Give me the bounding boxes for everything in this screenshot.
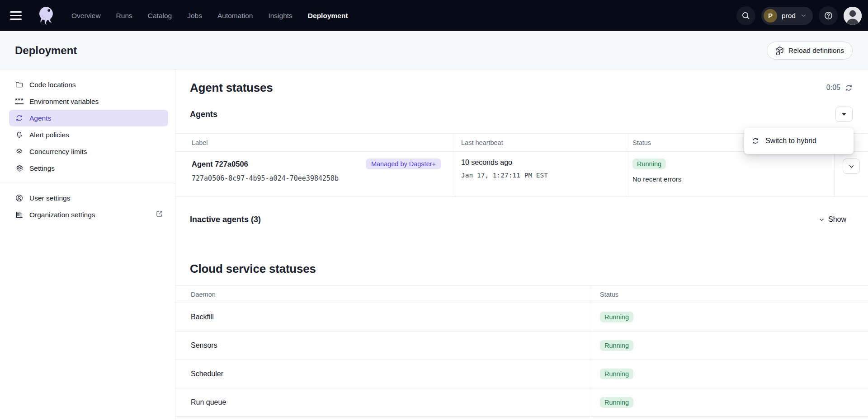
refresh-countdown: 0:05 (826, 84, 840, 92)
bell-icon (15, 131, 24, 139)
chevron-down-icon (818, 216, 825, 223)
sidebar-item-label: Settings (29, 164, 55, 173)
sidebar-item-user-settings[interactable]: User settings (9, 190, 168, 206)
show-inactive-toggle[interactable]: Show (818, 215, 846, 224)
sidebar-item-label: Agents (29, 114, 51, 122)
primary-nav: Overview Runs Catalog Jobs Automation In… (71, 12, 348, 20)
reload-definitions-button[interactable]: Reload definitions (767, 42, 853, 60)
user-circle-icon (15, 194, 24, 202)
nav-link-catalog[interactable]: Catalog (148, 12, 172, 20)
agent-status-note: No recent errors (632, 175, 834, 183)
cloud-services-table: Daemon Status Backfill Running Sensors R… (175, 285, 868, 417)
deployment-switcher[interactable]: P prod (761, 7, 813, 25)
nav-link-jobs[interactable]: Jobs (187, 12, 202, 20)
search-button[interactable] (736, 6, 755, 25)
reload-cube-icon (775, 46, 784, 55)
agents-actions-dropdown-button[interactable] (835, 107, 853, 122)
chevron-down-icon (848, 163, 855, 170)
column-header-label: Label (175, 134, 455, 151)
deployment-name: prod (782, 12, 796, 20)
refresh-icon[interactable] (844, 84, 853, 92)
column-header-status: Status (592, 286, 868, 303)
deployment-sidebar: Code locations *** Environment variables… (0, 70, 175, 420)
daemon-name: Scheduler (175, 360, 592, 388)
sidebar-item-label: Environment variables (29, 98, 99, 106)
sidebar-item-code-locations[interactable]: Code locations (9, 76, 168, 93)
cycle-icon (15, 114, 24, 122)
search-icon (741, 11, 750, 20)
nav-right-controls: P prod (736, 6, 862, 25)
agent-name: Agent 727a0506 (192, 160, 248, 168)
gear-icon (15, 164, 24, 173)
column-header-last-heartbeat: Last heartbeat (455, 134, 626, 151)
daemon-status-badge: Running (600, 397, 633, 408)
agent-statuses-title: Agent statuses (190, 81, 273, 95)
avatar-image (844, 7, 862, 25)
main-content: Agent statuses 0:05 Agents Label Last (175, 70, 868, 420)
sidebar-item-organization-settings[interactable]: Organization settings (9, 206, 168, 223)
sidebar-item-label: Organization settings (29, 211, 95, 219)
heartbeat-timestamp: Jan 17, 1:27:11 PM EST (461, 172, 626, 179)
daemon-row-run-queue: Run queue Running (175, 388, 868, 417)
daemon-name: Sensors (175, 331, 592, 359)
daemon-status-badge: Running (600, 312, 633, 322)
managed-by-badge: Managed by Dagster+ (366, 159, 441, 169)
nav-link-overview[interactable]: Overview (71, 12, 101, 20)
sidebar-item-label: Concurrency limits (29, 148, 87, 156)
agent-status-badge: Running (632, 159, 666, 169)
nav-link-automation[interactable]: Automation (217, 12, 253, 20)
sidebar-item-concurrency-limits[interactable]: Concurrency limits (9, 143, 168, 160)
show-label: Show (828, 215, 846, 224)
agents-section-heading: Agents (190, 110, 217, 119)
help-icon (824, 11, 833, 20)
sidebar-item-settings[interactable]: Settings (9, 160, 168, 177)
daemon-row-scheduler: Scheduler Running (175, 360, 868, 388)
dagster-logo[interactable] (34, 5, 57, 27)
agents-actions-menu: Switch to hybrid (744, 128, 854, 154)
help-button[interactable] (819, 6, 838, 25)
nav-link-runs[interactable]: Runs (116, 12, 132, 20)
agent-row-menu-button[interactable] (843, 159, 860, 174)
column-header-daemon: Daemon (175, 286, 592, 303)
building-icon (15, 210, 24, 219)
menu-icon[interactable] (10, 7, 28, 25)
sidebar-item-label: Code locations (29, 81, 76, 89)
nav-link-insights[interactable]: Insights (268, 12, 292, 20)
sidebar-item-environment-variables[interactable]: *** Environment variables (9, 93, 168, 110)
daemon-status-badge: Running (600, 340, 633, 351)
sidebar-item-label: Alert policies (29, 131, 69, 139)
sidebar-item-label: User settings (29, 194, 70, 202)
daemon-name: Backfill (175, 303, 592, 331)
daemon-status-badge: Running (600, 369, 633, 379)
page-title: Deployment (15, 44, 77, 57)
chevron-down-icon (800, 12, 807, 19)
daemon-row-backfill: Backfill Running (175, 303, 868, 331)
agent-row: Agent 727a0506 Managed by Dagster+ 727a0… (175, 152, 868, 197)
inactive-agents-heading: Inactive agents (3) (190, 215, 261, 224)
external-link-icon (155, 210, 164, 220)
user-avatar[interactable] (844, 7, 862, 25)
cloud-service-statuses-title: Cloud service statuses (190, 262, 316, 276)
daemon-name: Run queue (175, 388, 592, 416)
heartbeat-relative: 10 seconds ago (461, 159, 626, 167)
layers-icon (15, 147, 24, 156)
sidebar-item-alert-policies[interactable]: Alert policies (9, 126, 168, 143)
nav-link-deployment[interactable]: Deployment (308, 12, 348, 20)
cycle-icon (751, 137, 760, 145)
deployment-avatar: P (764, 9, 777, 23)
menu-item-label: Switch to hybrid (765, 137, 816, 145)
page-header: Deployment Reload definitions (0, 31, 868, 70)
sidebar-divider (0, 183, 175, 183)
sidebar-item-agents[interactable]: Agents (9, 110, 168, 126)
reload-definitions-label: Reload definitions (788, 47, 844, 55)
folder-icon (15, 80, 24, 89)
daemon-row-sensors: Sensors Running (175, 331, 868, 360)
top-navigation-bar: Overview Runs Catalog Jobs Automation In… (0, 0, 868, 31)
agent-id: 727a0506-8c97-4b95-a024-70ee3984258b (192, 174, 441, 182)
asterisks-icon: *** (15, 98, 24, 104)
menu-item-switch-to-hybrid[interactable]: Switch to hybrid (744, 131, 854, 151)
cloud-table-header: Daemon Status (175, 286, 868, 303)
caret-down-icon (842, 113, 846, 116)
